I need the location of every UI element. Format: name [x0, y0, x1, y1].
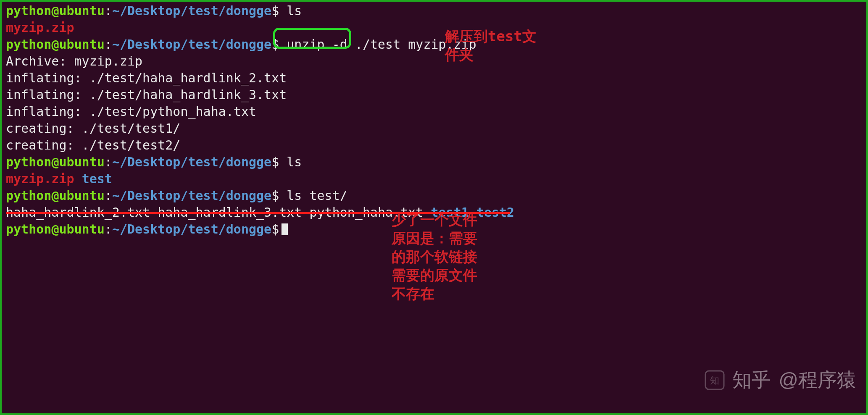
annotation-text: 的那个软链接 [392, 248, 477, 265]
prompt-at: @ [51, 155, 59, 169]
prompt-colon: : [105, 155, 112, 169]
prompt-at: @ [51, 37, 59, 52]
prompt-colon: : [105, 222, 112, 236]
prompt-at: @ [51, 3, 59, 18]
watermark-author: @程序猿 [779, 367, 856, 393]
prompt-colon: : [105, 188, 112, 203]
prompt-line-4: python@ubuntu:~/Desktop/test/dongge$ ls … [6, 187, 864, 204]
zhihu-logo-icon: 知 [705, 370, 725, 390]
cmd-ls-3: ls test/ [287, 188, 347, 203]
ls1-output: myzip.zip [6, 19, 864, 36]
prompt-path: ~/Desktop/test/dongge [112, 188, 271, 203]
prompt-host: ubuntu [59, 155, 104, 169]
cmd-ls-1: ls [287, 3, 302, 18]
annotation-text: 不存在 [392, 285, 434, 302]
annotation-text: 需要的原文件 [392, 267, 477, 284]
unzip-out-create1: creating: ./test/test1/ [6, 120, 864, 137]
prompt-user: python [6, 188, 51, 203]
terminal-output-area[interactable]: python@ubuntu:~/Desktop/test/dongge$ ls … [2, 2, 866, 413]
prompt-at: @ [51, 222, 59, 236]
unzip-out-create2: creating: ./test/test2/ [6, 137, 864, 154]
prompt-colon: : [105, 37, 112, 52]
prompt-dollar: $ [271, 188, 279, 203]
svg-text:知: 知 [710, 375, 719, 386]
watermark: 知 知乎 @程序猿 [705, 367, 856, 393]
prompt-path: ~/Desktop/test/dongge [112, 37, 271, 52]
cmd-ls-2: ls [287, 155, 302, 169]
prompt-user: python [6, 37, 51, 52]
unzip-out-inflate2: inflating: ./test/haha_hardlink_3.txt [6, 87, 864, 103]
prompt-user: python [6, 155, 51, 169]
highlight-box [273, 28, 351, 49]
prompt-path: ~/Desktop/test/dongge [112, 3, 271, 18]
file-myzip-zip: myzip.zip [6, 20, 74, 35]
unzip-out-inflate1: inflating: ./test/haha_hardlink_2.txt [6, 70, 864, 87]
watermark-brand: 知乎 [732, 367, 771, 393]
terminal-window: python@ubuntu:~/Desktop/test/dongge$ ls … [0, 0, 868, 415]
annotation-extract-to-test: 解压到test文 件夹 [445, 27, 537, 64]
prompt-at: @ [51, 188, 59, 203]
unzip-out-archive: Archive: myzip.zip [6, 53, 864, 70]
prompt-dollar: $ [271, 155, 279, 169]
annotation-text: 解压到test文 [445, 28, 537, 45]
ls2-output: myzip.zip test [6, 171, 864, 187]
prompt-line-1: python@ubuntu:~/Desktop/test/dongge$ ls [6, 3, 864, 19]
prompt-host: ubuntu [59, 188, 104, 203]
dir-test: test [82, 171, 112, 186]
annotation-text: 件夹 [445, 46, 473, 63]
prompt-dollar: $ [271, 222, 279, 236]
prompt-dollar: $ [271, 3, 279, 18]
file-myzip-zip-2: myzip.zip [6, 171, 74, 186]
prompt-line-3: python@ubuntu:~/Desktop/test/dongge$ ls [6, 154, 864, 171]
prompt-colon: : [105, 3, 112, 18]
cursor-caret [281, 223, 288, 235]
prompt-host: ubuntu [59, 3, 104, 18]
prompt-user: python [6, 222, 51, 236]
unzip-out-inflate3: inflating: ./test/python_haha.txt [6, 103, 864, 120]
annotation-text: 少了一个文件 [392, 211, 477, 228]
annotation-text: 原因是：需要 [392, 230, 477, 247]
prompt-path: ~/Desktop/test/dongge [112, 222, 271, 236]
prompt-user: python [6, 3, 51, 18]
prompt-host: ubuntu [59, 222, 104, 236]
prompt-host: ubuntu [59, 37, 104, 52]
prompt-line-2: python@ubuntu:~/Desktop/test/dongge$ unz… [6, 36, 864, 53]
annotation-missing-file: 少了一个文件 原因是：需要 的那个软链接 需要的原文件 不存在 [392, 210, 477, 303]
prompt-path: ~/Desktop/test/dongge [112, 155, 271, 169]
